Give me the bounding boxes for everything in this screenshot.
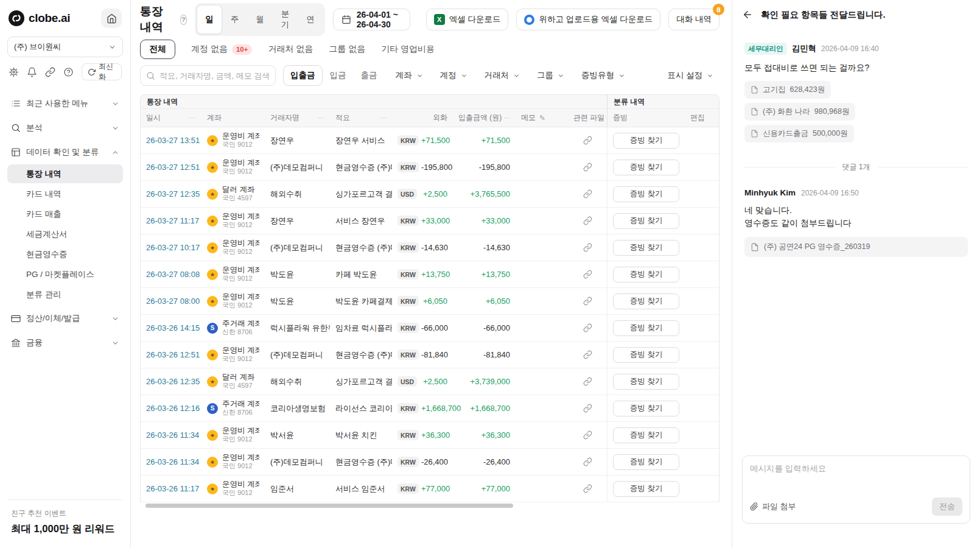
cell-datetime[interactable]: 26-03-26 14:15: [141, 315, 201, 341]
cell-datetime[interactable]: 26-03-27 10:17: [141, 234, 201, 261]
sidebar-item-analysis[interactable]: 분석: [7, 116, 123, 140]
column-resize-handle[interactable]: ⋯: [189, 114, 196, 122]
find-evidence-button[interactable]: 증빙 찾기: [613, 133, 679, 149]
cell-edit[interactable]: [685, 181, 719, 207]
sidebar-item-settlement[interactable]: 정산/이체/발급: [7, 306, 123, 331]
find-evidence-button[interactable]: 증빙 찾기: [613, 186, 679, 202]
related-file-link-icon[interactable]: [583, 189, 592, 198]
wehago-excel-download-button[interactable]: 위하고 업로드용 엑셀 다운로드: [516, 9, 660, 30]
sidebar-subitem[interactable]: 카드 매출: [7, 205, 123, 223]
filter-tab-no-group[interactable]: 그룹 없음: [329, 44, 365, 55]
related-file-link-icon[interactable]: [583, 216, 592, 225]
toggle-out[interactable]: 출금: [354, 65, 385, 86]
cell-edit[interactable]: [685, 261, 719, 287]
attachment-chip[interactable]: (주) 화환 나라 980,968원: [744, 103, 855, 121]
col-header-description[interactable]: 적요⋯: [330, 109, 392, 127]
related-file-link-icon[interactable]: [583, 270, 592, 279]
cell-datetime[interactable]: 26-03-27 12:35: [141, 181, 201, 207]
cell-memo[interactable]: [516, 476, 568, 502]
col-header-datetime[interactable]: 일시⋯: [141, 109, 201, 127]
find-evidence-button[interactable]: 증빙 찾기: [613, 293, 679, 309]
cell-memo[interactable]: [516, 315, 568, 341]
cell-edit[interactable]: [685, 422, 719, 448]
toggle-in[interactable]: 입금: [323, 65, 354, 86]
col-header-evidence[interactable]: 증빙: [607, 109, 685, 127]
column-resize-handle[interactable]: ⋯: [503, 114, 510, 122]
cell-edit[interactable]: [685, 395, 719, 421]
cell-memo[interactable]: [516, 449, 568, 475]
col-header-memo[interactable]: 메모✎: [516, 109, 568, 127]
cell-datetime[interactable]: 26-03-27 12:51: [141, 154, 201, 180]
cell-datetime[interactable]: 26-03-27 13:51: [141, 127, 201, 153]
cell-edit[interactable]: [685, 368, 719, 395]
sidebar-item-data-review[interactable]: 데이터 확인 및 분류: [7, 140, 123, 164]
send-button[interactable]: 전송: [932, 497, 962, 516]
find-evidence-button[interactable]: 증빙 찾기: [613, 240, 679, 256]
refresh-button[interactable]: 최신화: [82, 63, 122, 80]
sidebar-subitem[interactable]: 카드 내역: [7, 184, 123, 203]
find-evidence-button[interactable]: 증빙 찾기: [613, 427, 679, 443]
share-link-button[interactable]: [45, 67, 55, 77]
period-tab-day[interactable]: 일: [197, 5, 222, 34]
filter-tab-no-vendor[interactable]: 거래처 없음: [268, 44, 313, 55]
related-file-link-icon[interactable]: [583, 297, 592, 306]
date-range-picker[interactable]: 26-04-01 ~ 26-04-30: [333, 9, 410, 30]
find-evidence-button[interactable]: 증빙 찾기: [613, 481, 679, 497]
find-evidence-button[interactable]: 증빙 찾기: [613, 267, 679, 283]
period-tab-month[interactable]: 월: [247, 5, 273, 34]
col-header-edit[interactable]: 편집: [685, 109, 719, 127]
sidebar-item-finance[interactable]: 금융: [7, 331, 123, 355]
cell-datetime[interactable]: 26-03-26 11:17: [141, 476, 201, 502]
filter-tab-all[interactable]: 전체: [140, 40, 175, 59]
cell-edit[interactable]: [685, 127, 719, 153]
evidence-type-filter-dropdown[interactable]: 증빙유형: [575, 65, 631, 86]
sidebar-subitem[interactable]: PG / 마켓플레이스: [7, 265, 123, 284]
col-header-foreign-currency[interactable]: 외화: [392, 109, 453, 127]
related-file-link-icon[interactable]: [583, 136, 592, 145]
cell-edit[interactable]: [685, 154, 719, 180]
ledger-account-filter-dropdown[interactable]: 계정: [434, 65, 474, 86]
vendor-filter-dropdown[interactable]: 거래처: [478, 65, 527, 86]
sidebar-subitem[interactable]: 현금영수증: [7, 245, 123, 264]
settings-button[interactable]: [9, 67, 19, 77]
related-file-link-icon[interactable]: [583, 377, 592, 386]
find-evidence-button[interactable]: 증빙 찾기: [613, 401, 679, 416]
message-input[interactable]: [750, 463, 962, 497]
cell-memo[interactable]: [516, 127, 568, 153]
cell-datetime[interactable]: 26-03-26 12:35: [141, 368, 201, 395]
find-evidence-button[interactable]: 증빙 찾기: [613, 320, 679, 336]
cell-edit[interactable]: [685, 476, 719, 502]
cell-edit[interactable]: [685, 288, 719, 314]
cell-memo[interactable]: [516, 342, 568, 368]
col-header-related-file[interactable]: 관련 파일: [568, 109, 607, 127]
col-header-amount[interactable]: 입출금액 (원)⋯: [453, 109, 516, 127]
col-header-account[interactable]: 계좌: [201, 109, 265, 127]
horizontal-scrollbar-thumb[interactable]: [145, 504, 513, 508]
cell-edit[interactable]: [685, 234, 719, 261]
account-filter-dropdown[interactable]: 계좌: [390, 65, 429, 86]
excel-download-button[interactable]: X 엑셀 다운로드: [426, 9, 509, 30]
cell-memo[interactable]: [516, 154, 568, 180]
column-resize-handle[interactable]: ⋯: [380, 114, 387, 122]
cell-datetime[interactable]: 26-03-26 11:34: [141, 422, 201, 448]
attachment-chip[interactable]: 고기집 628,423원: [744, 81, 831, 99]
cell-memo[interactable]: [516, 288, 568, 314]
search-input[interactable]: [159, 71, 270, 80]
home-button[interactable]: [101, 9, 122, 28]
col-header-payer[interactable]: 거래자명⋯: [265, 109, 330, 127]
filter-tab-other-expenses[interactable]: 기타 영업비용: [381, 44, 435, 55]
find-evidence-button[interactable]: 증빙 찾기: [613, 160, 679, 175]
related-file-link-icon[interactable]: [583, 484, 592, 493]
cell-datetime[interactable]: 26-03-26 11:34: [141, 449, 201, 475]
related-file-link-icon[interactable]: [583, 457, 592, 466]
cell-memo[interactable]: [516, 234, 568, 261]
page-help-icon[interactable]: ?: [180, 15, 187, 25]
file-attach-button[interactable]: 파일 첨부: [750, 501, 796, 512]
related-file-link-icon[interactable]: [583, 323, 592, 332]
cell-edit[interactable]: [685, 449, 719, 475]
cell-memo[interactable]: [516, 368, 568, 395]
toggle-inout[interactable]: 입출금: [283, 65, 323, 86]
cell-datetime[interactable]: 26-03-26 12:16: [141, 395, 201, 421]
company-selector[interactable]: (주) 브이원씨: [7, 37, 123, 57]
cell-datetime[interactable]: 26-03-27 08:08: [141, 261, 201, 287]
